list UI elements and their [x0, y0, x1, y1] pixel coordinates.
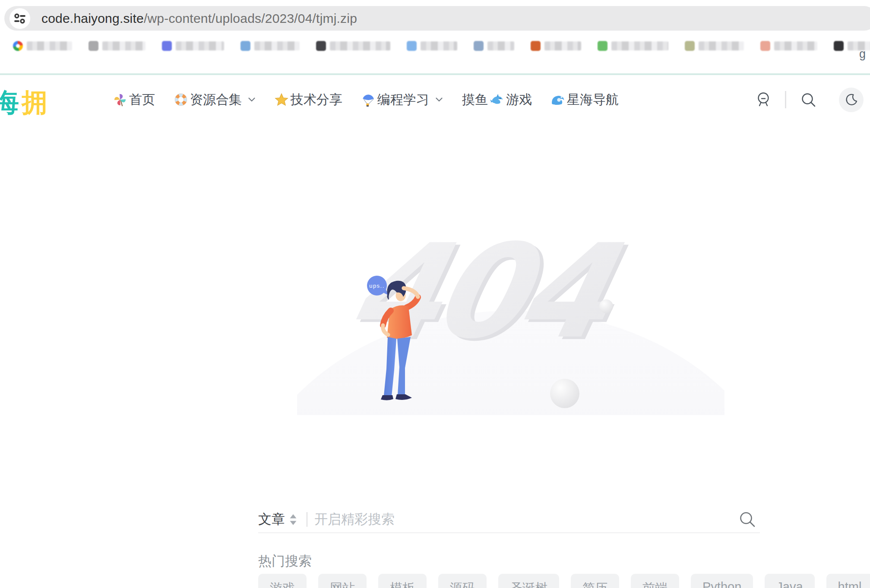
bookmark-label-blurred [254, 41, 300, 50]
chevron-down-icon [248, 97, 256, 102]
dark-mode-button[interactable] [839, 88, 864, 112]
404-text: 404 [336, 233, 631, 367]
main-nav: 首页 资源合集 技术分享 [113, 75, 619, 124]
search-submit-icon[interactable] [738, 510, 756, 528]
hot-search-tag[interactable]: 圣诞树 [498, 574, 559, 588]
bookmark-item[interactable] [162, 41, 224, 51]
site-header: 海拥 首页 资源合集 [0, 73, 870, 124]
bookmark-item[interactable] [13, 41, 72, 51]
hot-search-tags: 游戏网站模板源码圣诞树简历前端PythonJavahtml樱花 [258, 574, 870, 588]
nav-label: 首页 [129, 91, 155, 109]
404-scene: 404 404 ups.. [297, 233, 724, 415]
bookmark-favicon [13, 41, 23, 51]
nav-label: 游戏 [506, 91, 532, 109]
hot-search-title: 热门搜索 [258, 552, 312, 570]
bookmark-label-blurred [421, 41, 457, 50]
wave-icon [551, 93, 565, 107]
bookmark-label-blurred [774, 41, 817, 50]
chevron-down-icon [435, 97, 443, 102]
hot-search-tag[interactable]: 游戏 [258, 574, 307, 588]
small-sphere [599, 299, 613, 313]
search-icon [800, 91, 816, 108]
bookmark-label-blurred [102, 41, 146, 50]
nav-label: 资源合集 [190, 91, 242, 109]
search-category-select[interactable]: 文章 [258, 510, 285, 528]
nav-item-programming[interactable]: 编程学习 [361, 91, 443, 109]
error-illustration: 404 404 ups.. [297, 233, 724, 415]
large-sphere [550, 379, 579, 408]
bookmark-favicon [240, 41, 250, 51]
url-text[interactable]: code.haiyong.site/wp-content/uploads/202… [41, 11, 357, 26]
moon-icon [844, 92, 859, 107]
bookmark-overflow-text: g [859, 47, 866, 61]
bookmark-favicon [531, 41, 541, 51]
nav-label: 编程学习 [377, 91, 429, 109]
nav-label: 星海导航 [567, 91, 619, 109]
bookmark-favicon [598, 41, 607, 51]
bookmark-item[interactable] [531, 41, 581, 51]
dolphin-icon [490, 93, 504, 107]
tune-icon [13, 11, 27, 26]
bookmark-label-blurred [848, 41, 870, 50]
nav-item-fish-games[interactable]: 摸鱼 游戏 [462, 91, 532, 109]
nav-label: 摸鱼 [462, 91, 488, 109]
bookmark-favicon [834, 41, 844, 51]
hot-search-tag[interactable]: Java [765, 574, 814, 588]
user-button[interactable] [756, 91, 771, 108]
bookmark-item[interactable] [474, 41, 514, 51]
hot-search-tag[interactable]: 前端 [631, 574, 679, 588]
header-divider [785, 91, 786, 108]
bookmark-item[interactable] [760, 41, 817, 51]
speech-bubble-text: ups.. [369, 283, 385, 289]
header-actions [756, 75, 870, 124]
sort-arrows-icon[interactable] [289, 514, 297, 525]
nav-item-tech-share[interactable]: 技术分享 [275, 91, 342, 109]
url-domain: code.haiyong.site [41, 11, 144, 25]
pinwheel-icon [113, 93, 127, 107]
nav-item-star-sea-nav[interactable]: 星海导航 [551, 91, 619, 109]
bookmark-label-blurred [330, 41, 390, 50]
bookmark-favicon [407, 41, 417, 51]
hot-search-tag[interactable]: Python [691, 574, 753, 588]
site-settings-button[interactable] [9, 8, 30, 29]
bookmark-item[interactable] [685, 41, 744, 51]
hot-search-tag[interactable]: html [826, 574, 870, 588]
bookmark-favicon [474, 41, 484, 51]
bookmark-favicon [162, 41, 172, 51]
logo-char-1: 海 [0, 88, 22, 117]
logo-char-2: 拥 [22, 88, 50, 117]
bookmark-label-blurred [27, 41, 72, 50]
bookmark-favicon [316, 41, 326, 51]
search-button[interactable] [800, 91, 816, 108]
bookmark-label-blurred [544, 41, 581, 50]
search-input[interactable]: 开启精彩搜索 [314, 510, 738, 528]
bookmark-item[interactable] [240, 41, 300, 51]
bookmark-item[interactable] [89, 41, 146, 51]
nav-item-home[interactable]: 首页 [113, 91, 155, 109]
bookmark-favicon [685, 41, 695, 51]
page: { "browser": { "url": { "domain": "code.… [0, 0, 870, 588]
bookmark-favicon [760, 41, 770, 51]
hot-search-tag[interactable]: 简历 [571, 574, 619, 588]
nav-label: 技术分享 [291, 91, 342, 109]
bookmarks-bar [13, 38, 870, 53]
nav-item-resources[interactable]: 资源合集 [174, 91, 256, 109]
hot-search-tag[interactable]: 模板 [378, 574, 427, 588]
bookmark-label-blurred [611, 41, 668, 50]
lifebuoy-icon [174, 93, 188, 107]
hot-search-tag[interactable]: 网站 [318, 574, 367, 588]
bookmark-label-blurred [176, 41, 224, 50]
address-bar[interactable]: code.haiyong.site/wp-content/uploads/202… [4, 6, 870, 31]
url-path: /wp-content/uploads/2023/04/tjmj.zip [144, 11, 357, 25]
bookmark-item[interactable] [407, 41, 457, 51]
bookmark-favicon [89, 41, 98, 51]
search-divider [307, 512, 307, 527]
parachute-icon [361, 93, 375, 107]
bookmark-label-blurred [699, 41, 744, 50]
search-bar[interactable]: 文章 开启精彩搜索 [258, 506, 760, 533]
bookmark-item[interactable] [598, 41, 668, 51]
bookmark-label-blurred [487, 41, 514, 50]
hot-search-tag[interactable]: 源码 [438, 574, 487, 588]
bookmark-item[interactable] [316, 41, 390, 51]
site-logo[interactable]: 海拥 [0, 85, 50, 120]
